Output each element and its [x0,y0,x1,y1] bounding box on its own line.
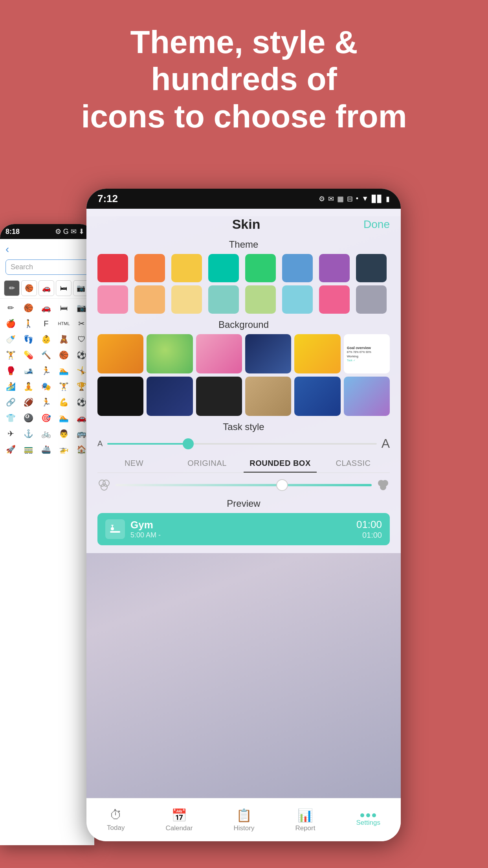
theme-color-swatch[interactable] [245,254,276,282]
icon-cell[interactable]: 👨 [57,426,72,441]
icon-cell[interactable]: 🔨 [39,348,53,362]
bg-option-blue-texture[interactable] [294,377,340,416]
icon-cell[interactable]: 🏊 [57,410,72,425]
nav-today[interactable]: ⏱ Today [107,808,125,832]
icon-cell[interactable]: 🍼 [3,332,18,347]
phone-right: 7:12 ⚙✉▦⊟• ▼▊▊▮ Skin Done Theme Backgrou… [86,189,401,841]
color-track[interactable] [116,484,372,486]
theme-color-swatch[interactable] [208,254,239,282]
nav-history[interactable]: 📋 History [233,808,254,832]
today-label: Today [107,824,125,832]
bg-option-dark[interactable] [196,377,242,416]
icon-cell[interactable]: 🚁 [57,442,72,457]
icon-cell[interactable]: 🥊 [3,363,18,378]
theme-color-swatch[interactable] [97,285,128,314]
nav-calendar[interactable]: 📅 Calendar [165,808,193,832]
icon-cell[interactable]: 👕 [3,410,18,425]
search-input[interactable]: Search [6,259,89,275]
theme-color-swatch[interactable] [208,285,239,314]
font-size-track[interactable] [107,443,376,445]
icon-cell[interactable]: 🏀 [21,300,36,315]
icon-cell[interactable]: 👶 [39,332,53,347]
svg-point-2 [101,484,107,490]
icon-cell[interactable]: 🎯 [39,410,53,425]
theme-color-swatch[interactable] [319,254,350,282]
icon-cell[interactable]: 🍎 [3,316,18,331]
bg-option-navy[interactable] [147,377,193,416]
icon-cell[interactable]: 💪 [57,395,72,410]
skin-header: Skin Done [97,217,390,232]
icon-cat-pencil[interactable]: ✏ [4,280,20,296]
icon-cell[interactable]: 🏋 [57,379,72,394]
icon-cell[interactable]: 🧸 [57,332,72,347]
icon-cell[interactable]: 🚃 [21,442,36,457]
hero-line3: icons to choose from [81,98,407,134]
icon-cell[interactable]: 💊 [21,348,36,362]
theme-color-swatch[interactable] [356,254,387,282]
icon-cell[interactable]: 🎭 [39,379,53,394]
color-icon-right [376,478,390,492]
icon-cell[interactable]: ✏ [3,300,18,315]
theme-color-swatch[interactable] [134,254,165,282]
bg-option-black[interactable] [97,377,143,416]
theme-color-swatch[interactable] [282,285,313,314]
tab-new[interactable]: NEW [97,455,171,473]
icon-cell[interactable]: 🎿 [21,363,36,378]
theme-color-swatch[interactable] [282,254,313,282]
icon-cell[interactable]: 🎱 [21,410,36,425]
theme-color-swatch[interactable] [97,254,128,282]
nav-settings[interactable]: Settings [356,813,380,827]
tab-original[interactable]: ORIGINAL [171,455,244,473]
done-button[interactable]: Done [363,218,390,231]
icon-cell[interactable]: ⚓ [21,426,36,441]
tab-classic[interactable]: CLASSIC [317,455,390,473]
icon-cell[interactable]: 🛏 [57,300,72,315]
icon-cell[interactable]: 🏋 [3,348,18,362]
icon-cell[interactable]: 🏄 [3,379,18,394]
bg-option-orange[interactable] [97,334,143,373]
icon-cell[interactable]: 🧘 [21,379,36,394]
bg-option-green[interactable] [147,334,193,373]
bg-option-dashboard[interactable]: Goal overview 87%78%67%90% Working Task … [344,334,390,373]
svg-point-5 [380,484,386,490]
icon-cell[interactable]: F [39,316,53,331]
task-icon [105,519,125,539]
back-arrow-icon[interactable]: ‹ [6,243,9,256]
icon-cat-ball[interactable]: 🏀 [21,280,37,296]
icon-cell[interactable]: HTML [57,316,72,331]
bg-option-flowers[interactable] [344,377,390,416]
bg-option-tan[interactable] [245,377,291,416]
icon-cat-car[interactable]: 🚗 [39,280,54,296]
hero-text: Theme, style & hundreds of icons to choo… [0,24,488,135]
color-slider-row[interactable] [97,478,390,492]
icon-cell[interactable]: 🔗 [3,395,18,410]
icon-cell[interactable]: 🏈 [21,395,36,410]
theme-color-swatch[interactable] [134,285,165,314]
icon-cell[interactable]: 👣 [21,332,36,347]
bg-option-dark-blue[interactable] [245,334,291,373]
icon-cell[interactable]: 🚀 [3,442,18,457]
icon-cell[interactable]: 🏃 [39,363,53,378]
theme-color-swatch[interactable] [356,285,387,314]
icon-categories: ✏ 🏀 🚗 🛏 📷 [0,278,94,299]
icon-cell[interactable]: ✈ [3,426,18,441]
phone-left: 8:18 ⚙ G ✉ ⬇ • ‹ Search ✏ 🏀 🚗 🛏 📷 ✏ 🏀 🚗 … [0,224,94,845]
tab-rounded-box[interactable]: ROUNDED BOX [244,455,317,473]
calendar-label: Calendar [165,824,193,832]
nav-report[interactable]: 📊 Report [295,808,315,832]
icon-cell[interactable]: 🚶 [21,316,36,331]
icon-cell[interactable]: 🏀 [57,348,72,362]
icon-cell[interactable]: 🏃 [39,395,53,410]
theme-color-swatch[interactable] [171,254,202,282]
theme-color-swatch[interactable] [245,285,276,314]
icon-cat-bed[interactable]: 🛏 [56,280,72,296]
theme-color-swatch[interactable] [171,285,202,314]
theme-color-swatch[interactable] [319,285,350,314]
icon-cell[interactable]: 🚗 [39,300,53,315]
icon-cell[interactable]: 🚢 [39,442,53,457]
bg-option-pink[interactable] [196,334,242,373]
bg-option-yellow[interactable] [294,334,340,373]
font-size-slider[interactable]: A A [97,436,390,451]
icon-cell[interactable]: 🏊 [57,363,72,378]
icon-cell[interactable]: 🚲 [39,426,53,441]
